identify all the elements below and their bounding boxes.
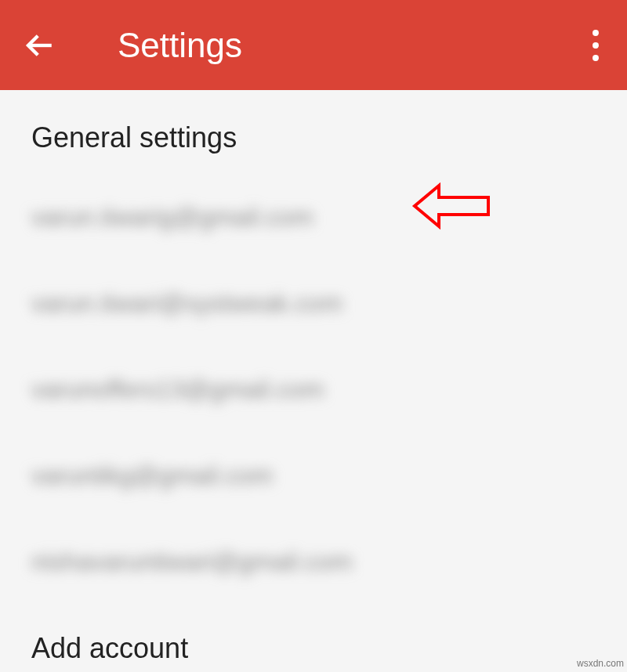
account-item[interactable]: varun.tiwari@systweak.com xyxy=(31,287,596,319)
account-email: varuntikg@gmail.com xyxy=(31,461,273,490)
more-vert-icon xyxy=(593,55,599,61)
account-item[interactable]: varuntikg@gmail.com xyxy=(31,460,596,491)
page-title: Settings xyxy=(118,26,242,65)
settings-content: General settings varun.tiwarig@gmail.com… xyxy=(0,90,627,665)
account-item[interactable]: varun.tiwarig@gmail.com xyxy=(31,201,596,233)
back-button[interactable] xyxy=(16,22,63,69)
more-vert-icon xyxy=(593,42,599,49)
account-item[interactable]: nishavaruntiwari@gmail.com xyxy=(31,546,596,577)
watermark: wsxdn.com xyxy=(577,658,624,669)
account-email: varun.tiwari@systweak.com xyxy=(31,289,342,318)
account-email: varun.tiwarig@gmail.com xyxy=(31,203,314,232)
app-header: Settings xyxy=(0,0,627,90)
account-email: nishavaruntiwari@gmail.com xyxy=(31,547,353,576)
more-vert-icon xyxy=(593,30,599,36)
general-settings-item[interactable]: General settings xyxy=(31,121,596,154)
add-account-item[interactable]: Add account xyxy=(31,632,596,665)
account-email: varunoffers13@gmail.com xyxy=(31,375,324,404)
more-options-button[interactable] xyxy=(580,22,611,69)
account-item[interactable]: varunoffers13@gmail.com xyxy=(31,374,596,405)
back-arrow-icon xyxy=(23,29,56,62)
